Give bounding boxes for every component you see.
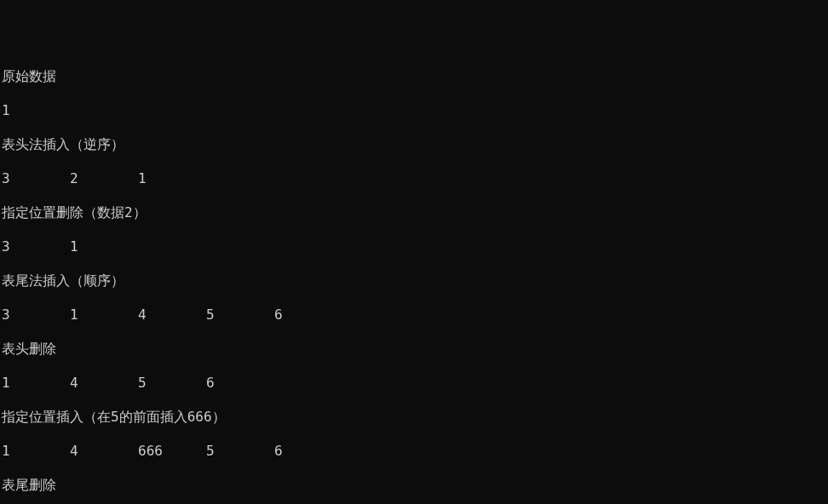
output-line: 31456	[2, 306, 826, 324]
output-line: 表头删除	[2, 341, 826, 358]
output-line: 1466656	[2, 443, 826, 460]
val: 1	[2, 375, 70, 392]
output-line: 31	[2, 238, 826, 255]
output-line: 1	[2, 102, 826, 119]
output-line: 表尾法插入（顺序）	[2, 272, 826, 289]
val: 3	[2, 170, 70, 187]
val: 5	[206, 443, 274, 460]
output-line: 指定位置插入（在5的前面插入666）	[2, 409, 826, 426]
val: 3	[2, 238, 70, 255]
val: 3	[2, 306, 70, 324]
output-line: 321	[2, 170, 826, 187]
output-line: 表尾删除	[2, 477, 826, 494]
val: 5	[206, 306, 274, 324]
val: 4	[70, 375, 138, 392]
val: 4	[138, 306, 206, 324]
val: 1	[138, 170, 206, 187]
output-line: 1456	[2, 375, 826, 392]
output-line: 指定位置删除（数据2）	[2, 204, 826, 221]
val: 6	[206, 375, 274, 392]
output-line: 表头法插入（逆序）	[2, 136, 826, 153]
val: 2	[70, 170, 138, 187]
val: 1	[70, 238, 138, 255]
val: 6	[274, 306, 342, 324]
val: 5	[138, 375, 206, 392]
val: 1	[2, 443, 70, 460]
output-line: 原始数据	[2, 68, 826, 85]
val: 666	[138, 443, 206, 460]
val: 4	[70, 443, 138, 460]
val: 1	[70, 306, 138, 324]
val: 6	[274, 443, 342, 460]
